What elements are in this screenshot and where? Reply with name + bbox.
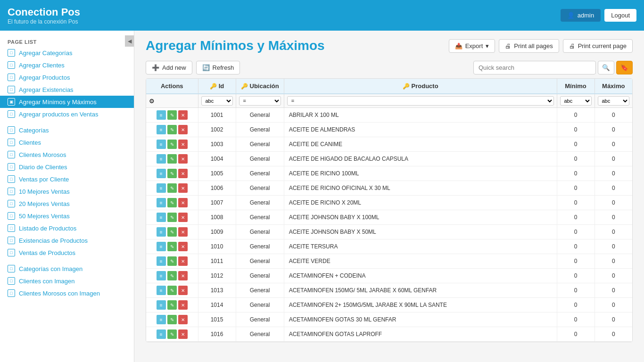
delete-action-icon[interactable]: ✕ xyxy=(178,213,188,222)
add-new-button[interactable]: ➕ Add new xyxy=(146,61,192,74)
sidebar-item-listado-productos[interactable]: □ Listado de Productos xyxy=(0,222,134,234)
page-icon: □ xyxy=(8,49,15,57)
view-action-icon[interactable]: ≡ xyxy=(157,183,166,193)
edit-action-icon[interactable]: ✎ xyxy=(167,242,177,251)
delete-action-icon[interactable]: ✕ xyxy=(178,125,188,134)
table-row: ≡ ✎ ✕ 1016 General ACETAMINOFEN GOTAS LA… xyxy=(146,327,632,342)
delete-action-icon[interactable]: ✕ xyxy=(178,227,188,237)
filter-maximo-select[interactable]: abc xyxy=(598,96,630,106)
sidebar-toggle[interactable]: ◀ xyxy=(125,35,134,47)
sidebar-item-agregar-clientes[interactable]: □ Agregar Clientes xyxy=(0,59,134,71)
sidebar-item-agregar-minimos[interactable]: ▣ Agregar Mínimos y Máximos xyxy=(0,96,134,108)
sidebar-item-agregar-existencias[interactable]: □ Agregar Existencias xyxy=(0,83,134,96)
filter-id-select[interactable]: abc xyxy=(201,96,233,106)
cell-id: 1014 xyxy=(198,298,236,313)
delete-action-icon[interactable]: ✕ xyxy=(178,315,188,324)
view-action-icon[interactable]: ≡ xyxy=(157,242,166,251)
sidebar-item-existencias-productos[interactable]: □ Existencias de Productos xyxy=(0,234,134,247)
sidebar-item-10-ventas[interactable]: □ 10 Mejores Ventas xyxy=(0,185,134,197)
filter-producto-select[interactable]: = xyxy=(287,96,554,106)
refresh-button[interactable]: 🔄 Refresh xyxy=(196,61,240,74)
cell-minimo: 0 xyxy=(557,298,594,313)
filter-ubicacion-select[interactable]: = xyxy=(239,96,281,106)
page-icon: □ xyxy=(8,265,15,272)
admin-button[interactable]: 👤 admin xyxy=(561,9,601,22)
print-all-button[interactable]: 🖨 Print all pages xyxy=(499,39,559,53)
view-action-icon[interactable]: ≡ xyxy=(157,110,166,120)
print-current-icon: 🖨 xyxy=(569,42,575,49)
edit-action-icon[interactable]: ✎ xyxy=(167,286,177,295)
edit-action-icon[interactable]: ✎ xyxy=(167,198,177,207)
sidebar-item-agregar-categorias[interactable]: □ Agregar Categorías xyxy=(0,47,134,59)
delete-action-icon[interactable]: ✕ xyxy=(178,271,188,280)
edit-action-icon[interactable]: ✎ xyxy=(167,315,177,324)
sidebar-item-clientes-morosos[interactable]: □ Clientes Morosos xyxy=(0,148,134,161)
page-icon: □ xyxy=(8,151,15,158)
view-action-icon[interactable]: ≡ xyxy=(157,169,166,178)
delete-action-icon[interactable]: ✕ xyxy=(178,256,188,266)
search-button[interactable]: 🔍 xyxy=(598,61,614,74)
edit-action-icon[interactable]: ✎ xyxy=(167,169,177,178)
view-action-icon[interactable]: ≡ xyxy=(157,300,166,310)
edit-action-icon[interactable]: ✎ xyxy=(167,256,177,266)
search-input[interactable] xyxy=(473,61,596,74)
view-action-icon[interactable]: ≡ xyxy=(157,315,166,324)
edit-action-icon[interactable]: ✎ xyxy=(167,227,177,237)
sidebar-item-ventas-productos[interactable]: □ Ventas de Productos xyxy=(0,247,134,259)
sidebar-item-agregar-productos[interactable]: □ Agregar Productos xyxy=(0,71,134,83)
edit-action-icon[interactable]: ✎ xyxy=(167,329,177,339)
edit-action-icon[interactable]: ✎ xyxy=(167,140,177,149)
cell-id: 1002 xyxy=(198,123,236,137)
edit-action-icon[interactable]: ✎ xyxy=(167,110,177,120)
sidebar-item-ventas-cliente[interactable]: □ Ventas por Cliente xyxy=(0,173,134,185)
page-actions: 📤 Export ▾ 🖨 Print all pages 🖨 Print cur… xyxy=(449,39,633,53)
sidebar-label: Agregar productos en Ventas xyxy=(19,111,98,118)
delete-action-icon[interactable]: ✕ xyxy=(178,242,188,251)
delete-action-icon[interactable]: ✕ xyxy=(178,154,188,164)
delete-action-icon[interactable]: ✕ xyxy=(178,183,188,193)
delete-action-icon[interactable]: ✕ xyxy=(178,300,188,310)
view-action-icon[interactable]: ≡ xyxy=(157,140,166,149)
sidebar-item-clientes-imagen[interactable]: □ Clientes con Imagen xyxy=(0,275,134,287)
cell-id: 1009 xyxy=(198,225,236,239)
export-button[interactable]: 📤 Export ▾ xyxy=(449,39,495,53)
sidebar-item-categorias[interactable]: □ Categorías xyxy=(0,124,134,136)
print-current-button[interactable]: 🖨 Print current page xyxy=(563,39,633,53)
delete-action-icon[interactable]: ✕ xyxy=(178,286,188,295)
logout-button[interactable]: Logout xyxy=(604,9,636,22)
view-action-icon[interactable]: ≡ xyxy=(157,256,166,266)
sidebar-item-diario-clientes[interactable]: □ Diario de Clientes xyxy=(0,161,134,173)
sidebar-item-categorias-imagen[interactable]: □ Categorías con Imagen xyxy=(0,263,134,275)
cell-id: 1012 xyxy=(198,269,236,283)
sidebar-label: Ventas de Productos xyxy=(19,249,75,256)
edit-action-icon[interactable]: ✎ xyxy=(167,183,177,193)
view-action-icon[interactable]: ≡ xyxy=(157,125,166,134)
view-action-icon[interactable]: ≡ xyxy=(157,329,166,339)
delete-action-icon[interactable]: ✕ xyxy=(178,110,188,120)
delete-action-icon[interactable]: ✕ xyxy=(178,198,188,207)
view-action-icon[interactable]: ≡ xyxy=(157,286,166,295)
delete-action-icon[interactable]: ✕ xyxy=(178,169,188,178)
sidebar-item-morosos-imagen[interactable]: □ Clientes Morosos con Imagen xyxy=(0,287,134,299)
filter-minimo-select[interactable]: abc xyxy=(560,96,592,106)
edit-action-icon[interactable]: ✎ xyxy=(167,300,177,310)
sidebar-item-50-ventas[interactable]: □ 50 Mejores Ventas xyxy=(0,210,134,222)
view-action-icon[interactable]: ≡ xyxy=(157,271,166,280)
view-action-icon[interactable]: ≡ xyxy=(157,227,166,237)
view-action-icon[interactable]: ≡ xyxy=(157,213,166,222)
edit-action-icon[interactable]: ✎ xyxy=(167,213,177,222)
edit-action-icon[interactable]: ✎ xyxy=(167,154,177,164)
delete-action-icon[interactable]: ✕ xyxy=(178,140,188,149)
sidebar-item-clientes[interactable]: □ Clientes xyxy=(0,136,134,148)
sidebar-item-20-ventas[interactable]: □ 20 Mejores Ventas xyxy=(0,197,134,210)
delete-action-icon[interactable]: ✕ xyxy=(178,329,188,339)
sidebar-item-agregar-ventas[interactable]: □ Agregar productos en Ventas xyxy=(0,108,134,120)
filter-button[interactable]: 🔖 xyxy=(616,61,633,74)
edit-action-icon[interactable]: ✎ xyxy=(167,271,177,280)
edit-action-icon[interactable]: ✎ xyxy=(167,125,177,134)
col-header-actions: Actions xyxy=(146,79,198,94)
col-header-maximo: Máximo xyxy=(594,79,632,94)
view-action-icon[interactable]: ≡ xyxy=(157,198,166,207)
view-action-icon[interactable]: ≡ xyxy=(157,154,166,164)
cell-maximo: 0 xyxy=(594,225,632,239)
